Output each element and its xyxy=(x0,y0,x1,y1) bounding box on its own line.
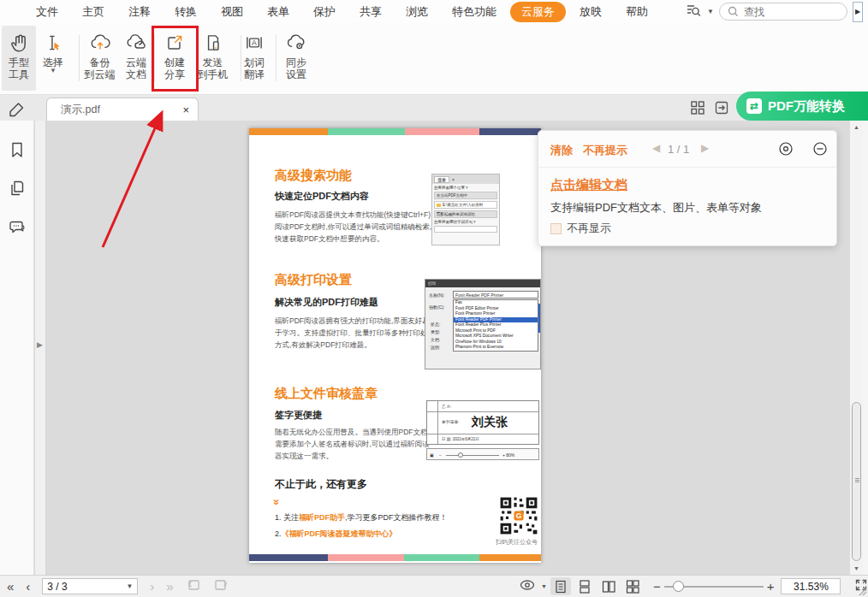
comments-panel-icon[interactable] xyxy=(8,217,27,236)
expand-panel-icon[interactable]: ▶ xyxy=(37,340,43,349)
share-icon xyxy=(163,32,186,54)
menu-features[interactable]: 特色功能 xyxy=(440,3,508,21)
section2-subheading: 解决常见的PDF打印难题 xyxy=(275,296,378,309)
facing-layout-icon[interactable] xyxy=(598,577,619,595)
zoom-out-icon[interactable]: − xyxy=(653,579,661,594)
search-input[interactable] xyxy=(744,6,829,18)
next-notification-icon[interactable]: ▶ xyxy=(701,142,709,154)
dont-show-option: 不再显示 xyxy=(550,221,611,236)
backup-to-cloud-button[interactable]: 备份 到云端 xyxy=(80,26,119,91)
menu-cloud-service-active[interactable]: 云服务 xyxy=(510,2,566,22)
bookmarks-panel-icon[interactable] xyxy=(8,140,27,159)
menu-home[interactable]: 主页 xyxy=(70,3,116,21)
menu-convert[interactable]: 转换 xyxy=(163,3,209,21)
dont-remind-button[interactable]: 不再提示 xyxy=(583,143,627,158)
select-caret-icon: ▼ xyxy=(50,68,56,74)
qr-caption: 扫码关注公众号 xyxy=(496,538,538,547)
toolbar-divider xyxy=(276,35,276,81)
toolbar-divider xyxy=(79,35,80,81)
more-line1: 1. 关注福昕PDF助手,学习更多PDF文档操作教程！ xyxy=(275,512,448,523)
section2-heading: 高级打印设置 xyxy=(275,272,352,288)
menu-comment[interactable]: 注释 xyxy=(116,3,163,21)
section3-body: 随着无纸化办公应用普及。当遇到使用PDF文档中 需要添加个人签名或者标识时,可以… xyxy=(275,426,439,462)
section1-heading: 高级搜索功能 xyxy=(275,168,352,184)
view-mode-caret-icon[interactable]: ▼ xyxy=(541,583,547,589)
page-thumbnails-panel-icon[interactable] xyxy=(8,179,27,198)
edit-document-link[interactable]: 点击编辑文档 xyxy=(550,177,627,193)
prev-page-icon[interactable]: ‹ xyxy=(26,579,30,594)
pdf-converter-button[interactable]: ⇄ PDF万能转换 xyxy=(736,92,868,121)
quick-annotate-icon[interactable] xyxy=(7,98,27,121)
single-page-layout-icon[interactable] xyxy=(550,577,571,595)
scrollbar-thumb[interactable] xyxy=(852,402,861,561)
dialog-edge-accent xyxy=(538,304,540,333)
document-tab[interactable]: 演示.pdf × xyxy=(46,98,199,121)
navigation-rail xyxy=(0,121,34,575)
create-share-button[interactable]: 创建 分享 xyxy=(156,26,193,91)
section1-subheading: 快速定位PDF文档内容 xyxy=(275,190,369,203)
converter-icon: ⇄ xyxy=(746,98,762,114)
zoom-slider-thumb[interactable] xyxy=(673,581,684,592)
prev-notification-icon[interactable]: ◀ xyxy=(652,142,660,154)
cloud-documents-button[interactable]: 云端 文档 xyxy=(119,26,153,91)
right-edge-strip xyxy=(863,121,868,575)
clear-button[interactable]: 清除 xyxy=(550,143,573,158)
previous-view-icon[interactable] xyxy=(186,578,201,594)
folder-icon xyxy=(437,204,441,207)
scroll-down-icon[interactable]: ▼ xyxy=(850,565,863,571)
qr-code: G xyxy=(499,496,538,539)
scroll-up-icon[interactable]: ▲ xyxy=(850,124,863,130)
notification-description: 支持编辑PDF文档文本、图片、表单等对象 xyxy=(550,200,762,216)
send-to-phone-button[interactable]: 发送 到手机 xyxy=(193,26,232,91)
select-tool-button[interactable]: 选择 ▼ xyxy=(36,26,70,91)
view-mode-icon[interactable] xyxy=(519,578,538,594)
sync-settings-button[interactable]: 同步 设置 xyxy=(279,26,313,91)
phone-document-icon xyxy=(202,32,224,54)
cloud-gear-icon xyxy=(285,32,307,54)
target-icon[interactable] xyxy=(778,141,794,157)
resize-grip[interactable] xyxy=(857,586,867,596)
cloud-service-toolbar: 手型 工具 选择 ▼ 备份 到云端 云端 文档 xyxy=(0,23,868,95)
toolbar-divider xyxy=(154,35,155,81)
menu-bar: 文件 主页 注释 转换 视图 表单 保护 共享 浏览 特色功能 云服务 放映 帮… xyxy=(0,0,868,23)
zoom-slider[interactable] xyxy=(664,586,764,588)
zoom-in-icon[interactable]: + xyxy=(767,579,775,594)
menu-file[interactable]: 文件 xyxy=(24,3,70,21)
dont-show-checkbox[interactable] xyxy=(550,223,562,234)
last-page-icon[interactable]: » xyxy=(166,579,173,594)
search-input-mini xyxy=(434,226,497,233)
grid-view-icon[interactable] xyxy=(690,100,705,119)
page-bottom-stripe xyxy=(249,554,541,561)
notification-pager: 1 / 1 xyxy=(668,143,689,156)
menu-browse[interactable]: 浏览 xyxy=(394,3,440,21)
menu-share[interactable]: 共享 xyxy=(348,3,394,21)
advanced-search-icon[interactable] xyxy=(685,2,702,21)
menu-form[interactable]: 表单 xyxy=(255,3,301,21)
find-box xyxy=(719,3,847,21)
zoom-level-box[interactable]: 31.53% xyxy=(781,578,841,594)
continuous-layout-icon[interactable] xyxy=(574,577,595,595)
menu-help[interactable]: 帮助 xyxy=(614,3,660,21)
hand-tool-button[interactable]: 手型 工具 xyxy=(2,26,36,91)
search-panel-screenshot: 搜索 × 您要搜索哪个位置？ 在当前PDF文档中 E:\黄宗松文件\入职资料 匹… xyxy=(431,174,500,245)
more-line2: 2.《福昕PDF阅读器疑难帮助中心》 xyxy=(275,529,397,540)
foxit-reader-window: 文件 主页 注释 转换 视图 表单 保护 共享 浏览 特色功能 云服务 放映 帮… xyxy=(0,0,868,597)
page-top-stripe xyxy=(249,128,541,135)
word-translate-button[interactable]: A 划词 翻译 xyxy=(237,26,271,91)
search-mode-caret-icon[interactable]: ▼ xyxy=(707,8,714,15)
facing-continuous-layout-icon[interactable] xyxy=(622,577,643,595)
switch-tab-icon[interactable] xyxy=(714,100,729,119)
next-view-icon[interactable] xyxy=(213,578,229,594)
first-page-icon[interactable]: « xyxy=(7,579,14,594)
page-number-box[interactable]: 3 / 3 ▼ xyxy=(42,578,138,594)
collapse-icon[interactable] xyxy=(812,141,828,157)
tab-close-icon[interactable]: × xyxy=(182,103,189,116)
vertical-scrollbar[interactable]: ▲ ▼ xyxy=(849,121,863,575)
next-page-icon[interactable]: › xyxy=(150,579,154,594)
status-bar: « ‹ 3 / 3 ▼ › » xyxy=(0,575,868,597)
collapse-toolbar-button[interactable]: ▶ xyxy=(853,2,863,22)
menu-slideshow[interactable]: 放映 xyxy=(568,3,614,21)
menu-view[interactable]: 视图 xyxy=(209,3,255,21)
menu-protect[interactable]: 保护 xyxy=(301,3,348,21)
text-select-icon xyxy=(42,32,64,54)
